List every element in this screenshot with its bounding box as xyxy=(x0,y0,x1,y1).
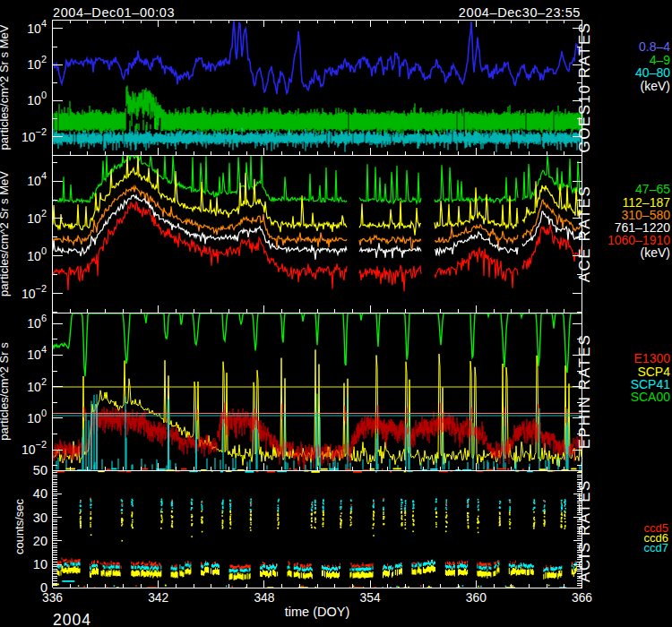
svg-text:366: 366 xyxy=(572,591,592,605)
svg-text:time (DOY): time (DOY) xyxy=(285,605,350,619)
svg-text:20: 20 xyxy=(33,534,47,548)
svg-text:336: 336 xyxy=(42,591,63,605)
svg-text:ccd7: ccd7 xyxy=(644,541,668,554)
svg-text:GOES10 RATES: GOES10 RATES xyxy=(576,21,593,152)
svg-text:(keV): (keV) xyxy=(641,245,670,260)
svg-text:40: 40 xyxy=(33,486,47,501)
svg-text:counts/sec: counts/sec xyxy=(13,498,26,554)
svg-text:SCA00: SCA00 xyxy=(631,390,671,404)
svg-text:EPHIN RATES: EPHIN RATES xyxy=(576,334,593,450)
svg-text:2004: 2004 xyxy=(53,611,91,627)
svg-text:particles/cm^2 Sr s: particles/cm^2 Sr s xyxy=(0,342,11,441)
svg-text:30: 30 xyxy=(33,511,47,525)
svg-text:2004–Dec30–23:55: 2004–Dec30–23:55 xyxy=(459,5,581,20)
svg-text:ACIS RATES: ACIS RATES xyxy=(576,479,593,582)
svg-text:(keV): (keV) xyxy=(641,79,670,93)
svg-text:2004–Dec01–00:03: 2004–Dec01–00:03 xyxy=(53,5,175,20)
svg-text:50: 50 xyxy=(33,463,47,477)
svg-text:348: 348 xyxy=(254,591,274,605)
svg-text:10: 10 xyxy=(33,557,47,571)
svg-text:particles/cm^2 Sr s MeV: particles/cm^2 Sr s MeV xyxy=(0,171,11,296)
svg-text:ACE RATES: ACE RATES xyxy=(576,185,593,283)
svg-text:particles/cm^2 Sr s MeV: particles/cm^2 Sr s MeV xyxy=(0,24,11,150)
svg-text:354: 354 xyxy=(360,591,381,605)
svg-text:360: 360 xyxy=(466,591,487,605)
svg-text:342: 342 xyxy=(148,591,168,605)
